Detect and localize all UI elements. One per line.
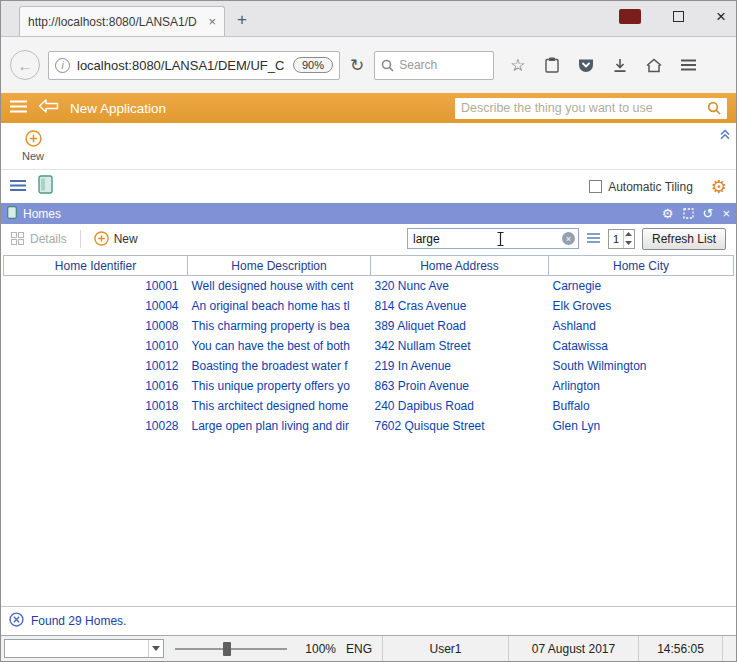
ribbon-new-button[interactable]: New <box>14 130 52 162</box>
column-header[interactable]: Home Identifier <box>4 256 188 276</box>
status-user: User1 <box>382 636 508 661</box>
homes-table: Home IdentifierHome DescriptionHome Addr… <box>3 255 734 436</box>
table-row[interactable]: 10018This architect designed home240 Dap… <box>4 396 734 416</box>
panel-empty-area <box>1 436 736 607</box>
status-dropdown[interactable] <box>4 639 164 658</box>
reload-icon[interactable]: ↻ <box>350 57 364 74</box>
address-bar[interactable]: i localhost:8080/LANSA1/DEM/UF_C 90% <box>48 51 340 80</box>
homes-table-container: Home IdentifierHome DescriptionHome Addr… <box>1 253 736 436</box>
new-tab-button[interactable]: + <box>237 10 247 30</box>
details-grid-icon <box>11 232 24 245</box>
settings-gear-icon[interactable]: ⚙ <box>711 178 727 196</box>
maximize-button[interactable] <box>673 11 684 22</box>
minimize-button[interactable] <box>619 9 641 24</box>
cell-home-description: Well designed house with cent <box>188 276 371 296</box>
column-header[interactable]: Home City <box>549 256 734 276</box>
bookmark-star-icon[interactable]: ☆ <box>510 57 525 74</box>
panel-new-button[interactable]: New <box>94 231 138 246</box>
slider-handle[interactable] <box>223 642 231 656</box>
homes-panel-titlebar: Homes ⚙ ↺ × <box>1 203 736 224</box>
cell-home-address: 320 Nunc Ave <box>371 276 549 296</box>
cell-home-description: This unique property offers yo <box>188 376 371 396</box>
automatic-tiling-checkbox[interactable] <box>589 180 602 193</box>
page-number-spinner[interactable]: 1 <box>608 229 635 249</box>
zoom-slider[interactable] <box>175 641 287 657</box>
page-number-value: 1 <box>609 230 623 248</box>
app-title: New Application <box>70 101 166 116</box>
url-text[interactable]: localhost:8080/LANSA1/DEM/UF_C <box>77 58 286 73</box>
list-view-icon[interactable] <box>10 178 26 196</box>
spinner-up-icon[interactable] <box>624 230 634 239</box>
app-back-icon[interactable] <box>38 99 59 117</box>
table-row[interactable]: 10001Well designed house with cent320 Nu… <box>4 276 734 296</box>
app-search-box[interactable] <box>455 98 727 119</box>
cell-home-city: Glen Lyn <box>549 416 734 436</box>
nav-icon-group: ☆ <box>510 57 695 74</box>
clear-filter-icon[interactable]: × <box>562 232 575 245</box>
cell-home-identifier: 10018 <box>4 396 188 416</box>
browser-search-input[interactable] <box>399 58 479 72</box>
column-header[interactable]: Home Address <box>371 256 549 276</box>
app-search-input[interactable] <box>461 101 703 115</box>
details-button[interactable]: Details <box>11 232 67 246</box>
download-icon[interactable] <box>613 58 627 73</box>
filter-input[interactable] <box>413 232 562 246</box>
table-row[interactable]: 10010You can have the best of both342 Nu… <box>4 336 734 356</box>
home-icon[interactable] <box>646 58 662 73</box>
cell-home-address: 219 In Avenue <box>371 356 549 376</box>
close-window-button[interactable]: × <box>716 8 726 25</box>
homes-panel-toolbar: Details New × 1 Refresh List <box>1 224 736 253</box>
app-menu-icon[interactable] <box>10 99 27 117</box>
tab-close-icon[interactable]: × <box>208 14 216 29</box>
circle-plus-icon <box>25 130 42 147</box>
cell-home-address: 240 Dapibus Road <box>371 396 549 416</box>
table-row[interactable]: 10012Boasting the broadest water f219 In… <box>4 356 734 376</box>
back-button[interactable]: ← <box>10 50 40 80</box>
cell-home-address: 814 Cras Avenue <box>371 296 549 316</box>
site-info-icon[interactable]: i <box>55 58 70 73</box>
cell-home-identifier: 10004 <box>4 296 188 316</box>
dismiss-message-icon[interactable] <box>9 612 24 631</box>
panel-view-icon[interactable] <box>38 175 53 198</box>
status-bar: 100% ENG User1 07 August 2017 14:56:05 <box>1 635 736 661</box>
panel-settings-icon[interactable]: ⚙ <box>662 207 674 220</box>
table-row[interactable]: 10028Large open plan living and dir7602 … <box>4 416 734 436</box>
panel-expand-icon[interactable] <box>683 208 694 219</box>
refresh-list-button[interactable]: Refresh List <box>642 228 726 250</box>
panel-title-text: Homes <box>23 207 656 221</box>
menu-hamburger-icon[interactable] <box>681 59 696 71</box>
column-header[interactable]: Home Description <box>188 256 371 276</box>
browser-tab[interactable]: http://localhost:8080/LANSA1/D × <box>19 6 225 36</box>
panel-close-icon[interactable]: × <box>722 206 730 221</box>
toolbar-separator <box>80 230 81 248</box>
browser-search-bar[interactable] <box>374 51 494 80</box>
table-row[interactable]: 10016This unique property offers yo863 P… <box>4 376 734 396</box>
status-time: 14:56:05 <box>638 636 722 661</box>
dropdown-arrow-icon[interactable] <box>148 640 163 657</box>
cell-home-address: 863 Proin Avenue <box>371 376 549 396</box>
slider-track[interactable] <box>175 648 287 650</box>
cell-home-city: Elk Groves <box>549 296 734 316</box>
panel-history-icon[interactable]: ↺ <box>703 207 714 220</box>
page-zoom-badge[interactable]: 90% <box>293 57 333 73</box>
cell-home-address: 342 Nullam Street <box>371 336 549 356</box>
panel-message-row: Found 29 Homes. <box>1 606 736 635</box>
cell-home-description: This charming property is bea <box>188 316 371 336</box>
table-row[interactable]: 10008This charming property is bea389 Al… <box>4 316 734 336</box>
cell-home-city: Carnegie <box>549 276 734 296</box>
cell-home-city: Ashland <box>549 316 734 336</box>
app-header: New Application <box>1 93 736 123</box>
cell-home-city: Buffalo <box>549 396 734 416</box>
pocket-icon[interactable] <box>578 58 594 73</box>
list-options-icon[interactable] <box>586 230 601 248</box>
status-zoom-value: 100% <box>298 642 336 656</box>
spinner-down-icon[interactable] <box>624 239 634 248</box>
table-row[interactable]: 10004An original beach home has tl814 Cr… <box>4 296 734 316</box>
bookmarks-menu-icon[interactable] <box>545 57 559 73</box>
cell-home-identifier: 10012 <box>4 356 188 376</box>
filter-input-box[interactable]: × <box>407 228 579 249</box>
collapse-ribbon-icon[interactable] <box>719 126 731 144</box>
cell-home-identifier: 10008 <box>4 316 188 336</box>
cell-home-description: You can have the best of both <box>188 336 371 356</box>
cell-home-city: Arlington <box>549 376 734 396</box>
